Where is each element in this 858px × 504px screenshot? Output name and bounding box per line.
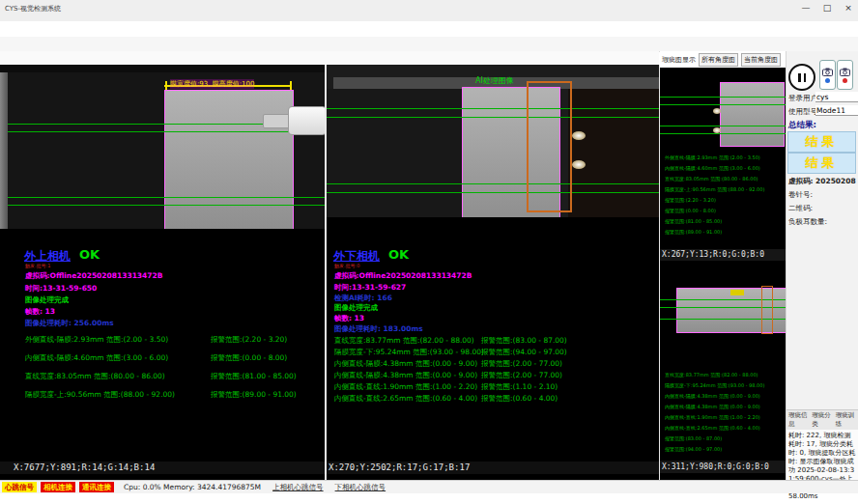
cpu-memory-status: Cpu: 0.0% Memory: 3424.41796875M [124, 483, 261, 491]
green-measure-line [8, 197, 325, 198]
green-measure-line [327, 183, 659, 184]
green-measure-line [660, 97, 786, 98]
lower-camera-button[interactable] [837, 60, 853, 90]
left-measure-row: 内侧直线-隔膜:4.60mm 范围:(3.00 - 6.00) [25, 353, 168, 363]
pause-button[interactable] [788, 64, 815, 91]
tab-all-angles[interactable]: 所有角度图 [699, 53, 738, 67]
mid-done-text: 图像处理完成 [334, 303, 378, 313]
left-camera-ok-status: OK [79, 247, 100, 262]
left-barcode-text: 虚拟码:Offline2025020813313472B [25, 271, 162, 281]
red-status-dot [843, 78, 847, 83]
virtual-barcode-label: 虚拟码: [788, 177, 814, 186]
ai-detect-box [761, 286, 773, 334]
thumb-top-coords: X:267;Y:13;R:0;G:0;B:0 [660, 249, 786, 261]
log-tab-defect-info[interactable]: 瑕疵信息 [788, 411, 809, 429]
green-measure-line [327, 192, 659, 193]
thumb-text-line: 隔膜宽度-下:95.24mm 范围:(93.00 - 98.00) [665, 382, 764, 388]
mid-image-overlay-label: AI处理图像 [475, 75, 514, 86]
status-bar: 心跳信号 相机连接 通讯连接 Cpu: 0.0% Memory: 3424.41… [0, 480, 858, 493]
left-measure-row: 隔膜宽度-上:90.56mm 范围:(88.00 - 92.00) [25, 390, 175, 400]
minimize-button[interactable]: — [800, 3, 812, 13]
mid-elapsed-text: 图像处理耗时: 183.00ms [334, 324, 423, 334]
thumb-cell [720, 82, 785, 147]
mid-measure-row: 隔膜宽度-下:95.24mm 范围:(93.00 - 98.00) [334, 348, 484, 357]
needle-number-label: 卷针号: [788, 190, 813, 200]
mid-trigger-text: 触发.批号:0 [334, 263, 359, 268]
yellow-mark [730, 290, 744, 295]
total-result-label: 总结果: [788, 120, 816, 131]
thumbnail-bottom[interactable]: 直线宽度:83.77mm 范围:(82.00 - 88.00) 隔膜宽度-下:9… [660, 262, 786, 461]
close-button[interactable]: × [843, 3, 854, 13]
log-tab-defect-class[interactable]: 瑕疵分类 [812, 411, 832, 429]
log-tab-defect-train[interactable]: 瑕疵训练 [836, 411, 856, 429]
mid-measure-row: 内侧直线-直线:2.65mm 范围:(0.60 - 4.00) [334, 394, 477, 404]
maximize-button[interactable]: □ [821, 3, 833, 13]
left-elapsed-text: 图像处理耗时: 256.00ms [25, 319, 114, 328]
qr-code-label: 二维码: [788, 204, 813, 213]
left-trigger-text: 触发.批号:1 [25, 263, 50, 268]
result-badge-2: 结果 [787, 153, 856, 174]
upper-cam-heartbeat-link[interactable]: 上相机心跳信号 [272, 483, 324, 492]
mid-camera-ok-status: OK [388, 247, 409, 262]
left-alarm-row: 报警范围:(0.00 - 8.00) [211, 353, 287, 363]
thumb-text-line: 报警范围:(2.20 - 3.20) [665, 197, 716, 203]
left-pixel-coords: X:7677;Y:891;R:14;G:14;B:14 [0, 462, 325, 474]
thumb-text-line: 内侧直线-隔膜:4.38mm 范围:(0.00 - 9.00) [665, 393, 760, 399]
left-alarm-row: 报警范围:(81.00 - 85.00) [211, 372, 297, 381]
mid-measure-row: 直线宽度:83.77mm 范围:(82.00 - 88.00) [334, 336, 474, 346]
tab-current-angle[interactable]: 当前角度图 [741, 53, 781, 67]
thumb-text-line: 报警范围:(94.00 - 97.00) [665, 446, 722, 452]
green-measure-line [660, 126, 786, 126]
title-bar: CYS-视觉检测系统 — □ × [0, 0, 858, 22]
thumb-text-line: 内侧直线-隔膜:4.60mm 范围:(3.00 - 6.00) [665, 165, 760, 171]
virtual-barcode-value: 20250208 [815, 177, 856, 185]
bright-spot [572, 160, 586, 169]
left-measure-row: 外侧直线-隔膜:2.93mm 范围:(2.00 - 3.50) [25, 335, 168, 345]
machine-edge [0, 72, 8, 229]
mid-frames-text: 帧数: 13 [334, 314, 364, 323]
defect-view-header: 瑕疵图显示 所有角度图 当前角度图 [660, 51, 786, 68]
login-user-input[interactable] [815, 92, 858, 102]
tab-strip: 运行图像 [0, 37, 858, 52]
lower-cam-heartbeat-link[interactable]: 下相机心跳信号 [335, 483, 386, 492]
mid-measure-row: 内侧直线-隔膜:4.38mm 范围:(0.00 - 9.00) [334, 371, 477, 380]
green-measure-line [8, 131, 325, 132]
thumb-text-line: 报警范围:(0.00 - 8.00) [665, 208, 716, 213]
window-controls: — □ × [800, 3, 854, 13]
left-image-overlay-label: 膜宽度值:93, 膜高度值:100 [170, 79, 254, 89]
nozzle [288, 106, 325, 135]
left-measure-row: 直线宽度:83.05mm 范围:(80.00 - 86.00) [25, 372, 165, 381]
green-measure-line [660, 133, 786, 134]
left-camera-image[interactable]: 膜宽度值:93, 膜高度值:100 [0, 65, 325, 229]
blue-status-dot [825, 78, 830, 83]
mid-alarm-row: 报警范围:(83.00 - 87.00) [481, 336, 567, 346]
mid-alarm-row: 报警范围:(0.60 - 4.00) [481, 394, 558, 404]
mid-alarm-row: 报警范围:(2.00 - 77.00) [481, 371, 562, 380]
thumb-text-line: 直线宽度:83.77mm 范围:(82.00 - 88.00) [665, 372, 758, 378]
mid-camera-image[interactable]: AI处理图像 [327, 65, 659, 217]
log-tabs: 瑕疵信息 瑕疵分类 瑕疵训练 [786, 410, 858, 430]
comm-link-badge: 通讯连接 [79, 482, 114, 492]
thumbnail-top[interactable]: 外侧直线-隔膜:2.93mm 范围:(2.00 - 3.50) 内侧直线-隔膜:… [660, 68, 786, 249]
thumb-text-line: 报警范围:(83.00 - 87.00) [665, 435, 722, 441]
ai-detect-box [527, 81, 572, 212]
left-time-text: 时间:13-31-59-650 [25, 284, 97, 294]
left-done-text: 图像处理完成 [25, 295, 69, 305]
mid-time-text: 时间:13-31-59-627 [334, 283, 406, 293]
heartbeat-badge: 心跳信号 [2, 482, 37, 492]
menu-bar: 系统配置 相机配置 通讯配置 IO手动配置 ▾ 光源控制配置 ▾ 查看 ▾ 系统… [0, 21, 858, 37]
camera-icon [822, 68, 833, 76]
camera-icon [840, 68, 850, 76]
thumb-text-line: 直线宽度:83.05mm 范围:(80.00 - 86.00) [665, 176, 758, 182]
mid-alarm-row: 报警范围:(1.10 - 2.10) [481, 382, 558, 392]
mid-alarm-row: 报警范围:(2.00 - 77.00) [481, 359, 562, 369]
mid-barcode-text: 虚拟码:Offline2025020813313472B [334, 271, 472, 281]
mid-measure-row: 内侧直线-直线:1.90mm 范围:(1.00 - 2.20) [334, 382, 477, 392]
defect-log-panel: 瑕疵信息 瑕疵分类 瑕疵训练 耗时: 222, 瑕疵检测耗时: 17, 瑕疵分类… [786, 409, 858, 481]
thumb-text-line: 内侧直线-直线:2.65mm 范围:(0.60 - 4.00) [665, 425, 760, 431]
upper-camera-button[interactable] [819, 60, 836, 90]
mid-measure-row: 内侧直线-隔膜:4.38mm 范围:(0.00 - 9.00) [334, 359, 477, 369]
thumb-text-line: 隔膜宽度-上:90.56mm 范围:(88.00 - 92.00) [665, 186, 764, 192]
green-measure-line [8, 205, 325, 206]
model-input[interactable] [815, 105, 858, 116]
